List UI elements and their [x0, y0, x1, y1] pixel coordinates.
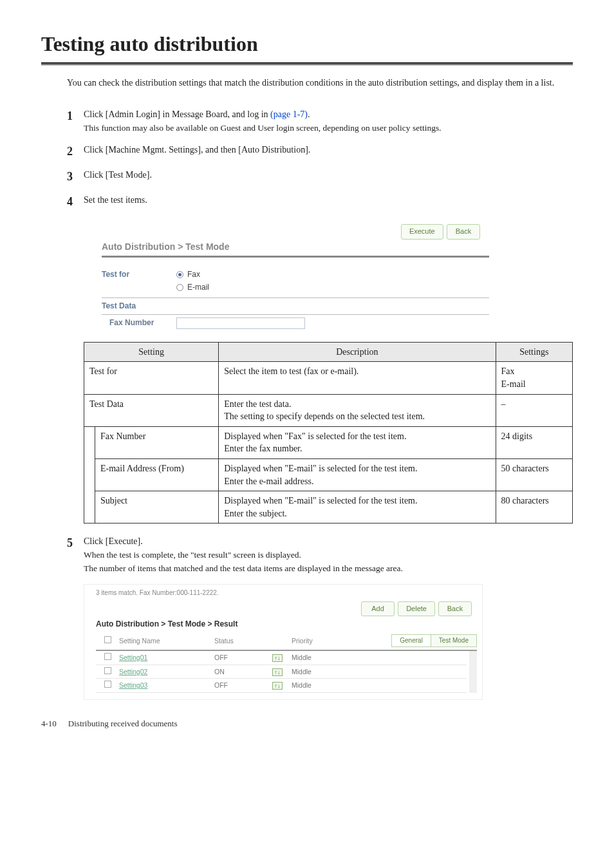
th-settings: Settings [496, 342, 572, 362]
step-5: 5 Click [Execute]. When the test is comp… [67, 535, 573, 574]
result-message: 3 items match. Fax Number:000-111-2222. [96, 589, 477, 598]
radio-email[interactable]: E-mail [176, 282, 209, 293]
cell-email-from-desc: Displayed when "E-mail" is selected for … [219, 458, 496, 491]
col-status: Status [214, 636, 272, 646]
setting-link[interactable]: Setting03 [119, 681, 147, 689]
setting-link[interactable]: Setting01 [119, 654, 147, 661]
step-1-number: 1 [67, 108, 84, 124]
th-description: Description [219, 342, 496, 362]
cell-test-data-desc: Enter the test data. The setting to spec… [219, 394, 496, 426]
step-5-text: Click [Execute]. [84, 535, 573, 548]
step-5-note1: When the test is complete, the "test res… [84, 549, 573, 561]
settings-table: Setting Description Settings Test for Se… [84, 342, 573, 524]
cell-subject-vals: 80 characters [496, 491, 572, 524]
test-data-label: Test Data [102, 301, 176, 312]
step-3-text: Click [Test Mode]. [84, 169, 573, 182]
panel1-divider [102, 256, 489, 258]
cell-fax-number: Fax Number [95, 426, 219, 458]
step-2-number: 2 [67, 144, 84, 160]
page-footer: 4-10 Distributing received documents [41, 718, 573, 730]
reorder-icon[interactable]: ↑↓ [272, 682, 283, 690]
cell-test-data-vals: – [496, 394, 572, 426]
cell-email-from: E-mail Address (From) [95, 458, 219, 491]
cell-test-for-vals: Fax E-mail [496, 362, 572, 394]
table-row: Test Data Enter the test data. The setti… [84, 394, 573, 426]
cell-test-for-desc: Select the item to test (fax or e-mail). [219, 362, 496, 394]
result-header-row: Setting Name Status Priority General Tes… [96, 632, 477, 651]
th-setting: Setting [84, 342, 219, 362]
step-1-link[interactable]: (page 1-7) [270, 109, 308, 119]
delete-button[interactable]: Delete [398, 601, 435, 616]
execute-button[interactable]: Execute [401, 224, 443, 239]
step-2: 2 Click [Machine Mgmt. Settings], and th… [67, 144, 573, 160]
tab-test-mode[interactable]: Test Mode [431, 634, 477, 647]
table-row: Fax Number Displayed when "Fax" is selec… [84, 426, 573, 458]
radio-fax[interactable]: Fax [176, 269, 209, 280]
panel2-breadcrumb: Auto Distribution > Test Mode > Result [96, 619, 477, 630]
scrollbar[interactable] [469, 651, 477, 693]
panel1-sep2 [102, 314, 489, 315]
step-1-text-a: Click [Admin Login] in Message Board, an… [84, 109, 270, 119]
back-button-2[interactable]: Back [438, 601, 472, 616]
intro-text: You can check the distribution settings … [67, 77, 573, 90]
cell-fax-number-desc: Displayed when "Fax" is selected for the… [219, 426, 496, 458]
row-priority: Middle [292, 653, 467, 663]
radio-fax-dot [176, 271, 183, 278]
step-4-text: Set the test items. [84, 194, 573, 207]
row-priority: Middle [292, 667, 467, 677]
step-3-number: 3 [67, 169, 84, 185]
test-for-label: Test for [102, 269, 176, 295]
radio-fax-label: Fax [187, 269, 200, 280]
row-checkbox[interactable] [104, 681, 111, 688]
step-5-note2: The number of items that matched and the… [84, 563, 573, 575]
step-1-text-b: . [308, 109, 310, 119]
setting-link[interactable]: Setting02 [119, 668, 147, 675]
list-item: Setting03 OFF ↑↓ Middle [96, 679, 467, 693]
add-button[interactable]: Add [361, 601, 395, 616]
title-rule [41, 62, 573, 65]
row-status: ON [214, 667, 272, 677]
row-priority: Middle [292, 681, 467, 690]
fax-number-input[interactable] [176, 317, 305, 329]
col-priority: Priority [292, 636, 392, 646]
table-row: Subject Displayed when "E-mail" is selec… [84, 491, 573, 524]
radio-email-dot [176, 284, 183, 291]
row-status: OFF [214, 653, 272, 663]
tab-general[interactable]: General [391, 634, 431, 647]
cell-fax-number-vals: 24 digits [496, 426, 572, 458]
step-5-number: 5 [67, 535, 84, 551]
step-3: 3 Click [Test Mode]. [67, 169, 573, 185]
radio-email-label: E-mail [187, 282, 209, 293]
col-setting-name: Setting Name [119, 636, 214, 646]
select-all-checkbox[interactable] [104, 636, 111, 643]
list-item: Setting01 OFF ↑↓ Middle [96, 651, 467, 665]
step-1-note: This function may also be available on G… [84, 122, 573, 135]
row-checkbox[interactable] [104, 667, 111, 674]
indent-cell [84, 426, 95, 524]
cell-subject: Subject [95, 491, 219, 524]
list-item: Setting02 ON ↑↓ Middle [96, 665, 467, 679]
table-row: E-mail Address (From) Displayed when "E-… [84, 458, 573, 491]
test-mode-panel: Execute Back Auto Distribution > Test Mo… [84, 219, 496, 331]
fax-number-label: Fax Number [102, 317, 176, 328]
cell-test-data: Test Data [84, 394, 219, 426]
footer-chapter: Distributing received documents [68, 718, 178, 730]
step-4: 4 Set the test items. [67, 194, 573, 210]
panel1-sep1 [102, 297, 489, 298]
reorder-icon[interactable]: ↑↓ [272, 654, 283, 662]
result-panel: 3 items match. Fax Number:000-111-2222. … [84, 584, 483, 700]
panel1-breadcrumb: Auto Distribution > Test Mode [102, 241, 489, 254]
reorder-icon[interactable]: ↑↓ [272, 668, 283, 676]
row-status: OFF [214, 681, 272, 690]
cell-email-from-vals: 50 characters [496, 458, 572, 491]
row-checkbox[interactable] [104, 653, 111, 660]
back-button[interactable]: Back [447, 224, 480, 239]
step-1: 1 Click [Admin Login] in Message Board, … [67, 108, 573, 134]
page-title: Testing auto distribution [41, 30, 573, 59]
cell-test-for: Test for [84, 362, 219, 394]
footer-page-number: 4-10 [41, 718, 57, 730]
table-row: Test for Select the item to test (fax or… [84, 362, 573, 394]
step-2-text: Click [Machine Mgmt. Settings], and then… [84, 144, 573, 156]
cell-subject-desc: Displayed when "E-mail" is selected for … [219, 491, 496, 524]
step-4-number: 4 [67, 194, 84, 210]
